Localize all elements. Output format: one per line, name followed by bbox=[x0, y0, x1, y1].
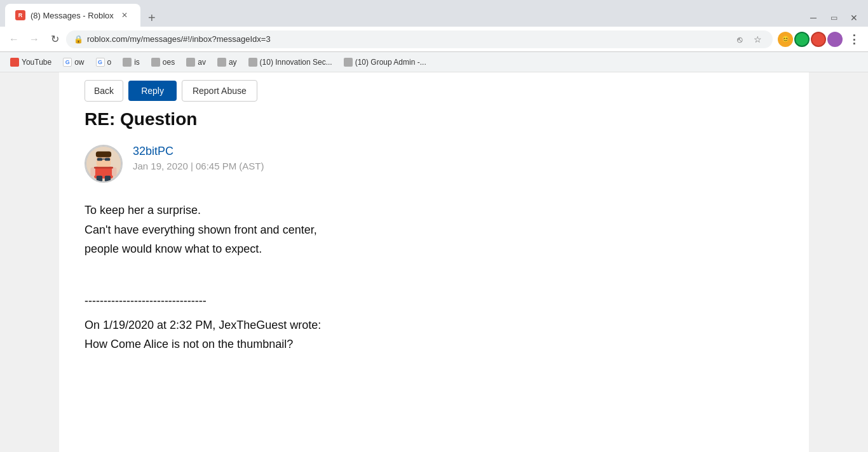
quoted-line-2: How Come Alice is not on the thumbnail? bbox=[85, 335, 783, 354]
svg-rect-12 bbox=[94, 167, 113, 169]
browser-icons: 😊 bbox=[778, 32, 843, 47]
maximize-button[interactable]: ▭ bbox=[825, 9, 843, 27]
page-content: Back Reply Report Abuse RE: Question bbox=[0, 72, 868, 452]
google-favicon-o: G bbox=[96, 58, 105, 67]
profile-icon-3[interactable] bbox=[811, 32, 826, 47]
tab-bar: R (8) Messages - Roblox ✕ + ─ ▭ ✕ bbox=[0, 0, 868, 27]
external-link-icon[interactable]: ⎋ bbox=[732, 32, 747, 47]
generic-favicon-group bbox=[344, 58, 353, 67]
bookmark-label: av bbox=[198, 58, 206, 67]
bookmark-innovation[interactable]: (10) Innovation Sec... bbox=[243, 55, 337, 69]
profile-icon-4[interactable] bbox=[827, 32, 843, 47]
action-bar: Back Reply Report Abuse bbox=[85, 72, 783, 109]
tab-title: (8) Messages - Roblox bbox=[31, 11, 114, 20]
forward-button[interactable]: → bbox=[25, 30, 43, 48]
svg-rect-5 bbox=[97, 158, 102, 161]
body-line-2: Can't have everything shown front and ce… bbox=[85, 220, 783, 240]
browser-chrome: R (8) Messages - Roblox ✕ + ─ ▭ ✕ ← → ↻ … bbox=[0, 0, 868, 72]
menu-dots-icon: ⋮ bbox=[848, 32, 860, 46]
bookmark-group-admin[interactable]: (10) Group Admin -... bbox=[339, 55, 431, 69]
generic-favicon-innovation bbox=[248, 58, 257, 67]
refresh-icon: ↻ bbox=[51, 33, 59, 45]
bookmark-ow[interactable]: G ow bbox=[58, 55, 89, 69]
message-author: 32bitPC Jan 19, 2020 | 06:45 PM (AST) bbox=[85, 145, 783, 183]
report-button[interactable]: Report Abuse bbox=[182, 80, 257, 102]
bookmark-label: is bbox=[134, 58, 140, 67]
author-avatar[interactable] bbox=[85, 145, 123, 183]
generic-favicon-ay bbox=[217, 58, 226, 67]
svg-rect-10 bbox=[90, 168, 95, 176]
lock-icon: 🔒 bbox=[74, 35, 83, 44]
tab-favicon: R bbox=[15, 10, 25, 20]
quoted-message: On 1/19/2020 at 2:32 PM, JexTheGuest wro… bbox=[85, 316, 783, 354]
message-separator: -------------------------------- bbox=[85, 295, 783, 308]
bookmark-label: (10) Group Admin -... bbox=[355, 58, 426, 67]
quoted-line-1: On 1/19/2020 at 2:32 PM, JexTheGuest wro… bbox=[85, 316, 783, 335]
body-line-1: To keep her a surprise. bbox=[85, 201, 783, 220]
address-icons: ⎋ ☆ bbox=[732, 32, 765, 47]
spacer bbox=[85, 279, 783, 295]
generic-favicon-av bbox=[186, 58, 195, 67]
bookmarks-bar: YouTube G ow G o is oes av ay (10) Innov… bbox=[0, 52, 868, 72]
back-button[interactable]: Back bbox=[85, 80, 123, 102]
svg-rect-6 bbox=[105, 158, 110, 161]
bookmark-label: YouTube bbox=[22, 58, 51, 67]
browser-menu-button[interactable]: ⋮ bbox=[845, 30, 863, 48]
bookmark-o[interactable]: G o bbox=[91, 55, 117, 69]
close-window-button[interactable]: ✕ bbox=[845, 9, 863, 27]
bookmark-youtube[interactable]: YouTube bbox=[5, 55, 57, 69]
profile-icon-2[interactable] bbox=[794, 32, 810, 47]
minimize-button[interactable]: ─ bbox=[804, 9, 822, 27]
bookmark-label: o bbox=[107, 58, 112, 67]
author-info: 32bitPC Jan 19, 2020 | 06:45 PM (AST) bbox=[133, 145, 264, 171]
youtube-favicon bbox=[10, 58, 19, 67]
bookmark-star-icon[interactable]: ☆ bbox=[750, 32, 765, 47]
profile-icon-1[interactable]: 😊 bbox=[778, 32, 793, 47]
bookmark-is[interactable]: is bbox=[118, 55, 145, 69]
bookmark-label: oes bbox=[163, 58, 175, 67]
address-bar[interactable]: 🔒 roblox.com/my/messages/#!/inbox?messag… bbox=[66, 30, 773, 48]
tab-close-button[interactable]: ✕ bbox=[119, 10, 130, 21]
bookmark-label: ay bbox=[229, 58, 237, 67]
refresh-button[interactable]: ↻ bbox=[46, 30, 64, 48]
svg-rect-9 bbox=[105, 176, 111, 182]
message-title: RE: Question bbox=[85, 109, 783, 130]
bookmark-label: (10) Innovation Sec... bbox=[260, 58, 332, 67]
reply-button[interactable]: Reply bbox=[128, 81, 177, 101]
bookmark-oes[interactable]: oes bbox=[146, 55, 180, 69]
forward-icon: → bbox=[29, 34, 39, 45]
svg-rect-8 bbox=[97, 176, 102, 182]
message-body: To keep her a surprise. Can't have every… bbox=[85, 201, 783, 259]
message-date: Jan 19, 2020 | 06:45 PM (AST) bbox=[133, 161, 264, 171]
avatar-svg bbox=[86, 145, 121, 183]
body-line-3: people would know what to expect. bbox=[85, 239, 783, 259]
address-text: roblox.com/my/messages/#!/inbox?messageI… bbox=[87, 34, 728, 44]
new-tab-button[interactable]: + bbox=[143, 9, 161, 27]
back-icon: ← bbox=[9, 34, 19, 45]
active-tab[interactable]: R (8) Messages - Roblox ✕ bbox=[5, 4, 140, 27]
bookmark-av[interactable]: av bbox=[181, 55, 211, 69]
nav-bar: ← → ↻ 🔒 roblox.com/my/messages/#!/inbox?… bbox=[0, 27, 868, 52]
bookmark-ay[interactable]: ay bbox=[212, 55, 242, 69]
svg-rect-11 bbox=[112, 168, 116, 176]
google-favicon-ow: G bbox=[63, 58, 72, 67]
svg-rect-4 bbox=[96, 151, 111, 157]
bookmark-label: ow bbox=[74, 58, 84, 67]
author-name-link[interactable]: 32bitPC bbox=[133, 145, 264, 158]
back-button[interactable]: ← bbox=[5, 30, 23, 48]
message-container: Back Reply Report Abuse RE: Question bbox=[59, 72, 809, 452]
generic-favicon-oes bbox=[151, 58, 160, 67]
generic-favicon-is bbox=[123, 58, 132, 67]
